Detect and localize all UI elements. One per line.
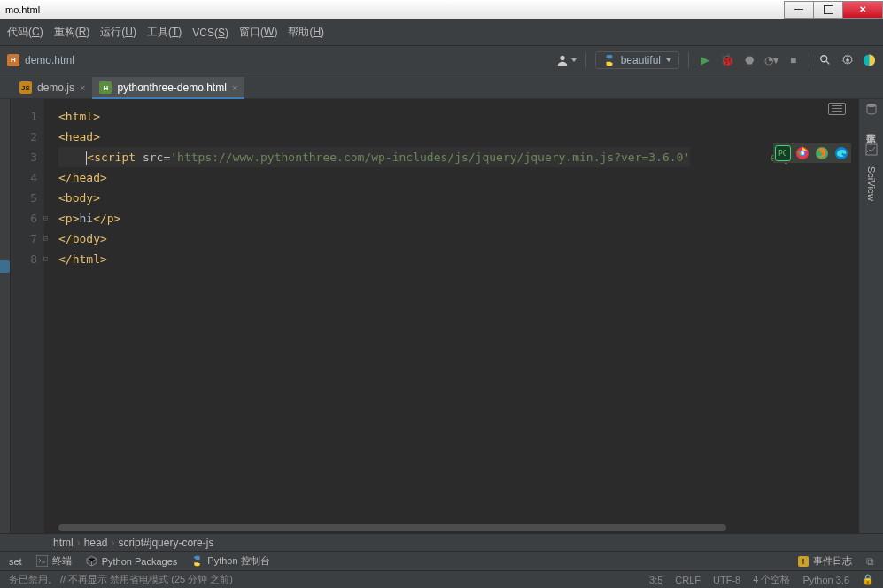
menu-tools[interactable]: 工具(T) [147,25,182,40]
user-menu[interactable] [556,54,577,66]
windows-icon[interactable]: ⧉ [866,555,874,568]
editor[interactable]: 12345678 <html> <head> <script src='http… [0,99,858,533]
menu-code[interactable]: 代码(C) [7,25,43,40]
chevron-right-icon: › [77,537,81,549]
tab-close-icon[interactable]: × [80,82,85,93]
menu-run[interactable]: 运行(U) [100,25,136,40]
gear-icon [841,54,854,66]
tool-python-packages[interactable]: Python Packages [86,555,178,567]
js-file-icon: JS [19,81,32,94]
window-controls [785,1,883,19]
window-titlebar: mo.html [0,0,883,19]
ide-logo-icon[interactable] [863,53,876,66]
tab-demo-js[interactable]: JS demo.js × [12,77,92,98]
terminal-icon [36,555,48,567]
tab-label: pythonthree-demo.html [117,81,226,94]
main-menu: 代码(C) 重构(R) 运行(U) 工具(T) VCS(S) 窗口(W) 帮助(… [0,19,883,46]
warning-icon: ! [798,556,809,567]
run-config-selector[interactable]: beautiful [595,51,679,69]
file-encoding[interactable]: UTF-8 [713,575,740,585]
nav-path-file[interactable]: demo.html [25,54,74,66]
tab-close-icon[interactable]: × [232,82,237,93]
status-bar: 务已禁用。 // 不再显示 禁用省电模式 (25 分钟 之前) 3:5 CRLF… [0,570,883,588]
database-tool-icon[interactable] [865,103,878,115]
code-line: </head> [58,171,107,184]
caret-down-icon [666,58,671,62]
crumb-script[interactable]: script#jquery-core-js [118,537,213,549]
coverage-button[interactable]: ⬣ [742,53,755,66]
search-everywhere-button[interactable] [818,53,832,66]
caret-position[interactable]: 3:5 [649,575,662,585]
minimize-button[interactable] [784,1,814,19]
chrome-icon[interactable] [794,145,810,161]
svg-line-2 [825,60,829,64]
reader-mode-icon[interactable] [828,103,846,115]
menu-help[interactable]: 帮助(H) [288,25,324,40]
menu-vcs[interactable]: VCS(S) [192,27,228,39]
svg-rect-12 [866,144,877,155]
nav-bar: H demo.html beautiful ▶ 🐞 ⬣ ◔▾ ■ [0,46,883,74]
code-line: <head> [58,130,100,143]
left-tool-stripe[interactable] [0,99,11,533]
tab-label: demo.js [37,81,74,94]
firefox-icon[interactable] [814,145,830,161]
crumb-head[interactable]: head [84,537,108,549]
close-button[interactable] [842,1,883,19]
lock-icon[interactable]: 🔒 [862,574,874,585]
editor-tabs: JS demo.js × H pythonthree-demo.html × [0,74,883,99]
maximize-button[interactable] [813,1,843,19]
tool-python-console[interactable]: Python 控制台 [191,554,269,568]
python-icon [603,54,616,66]
svg-text:PC: PC [778,150,787,158]
chevron-right-icon: › [111,537,114,549]
pycharm-preview-icon[interactable]: PC [775,145,791,161]
horizontal-scrollbar[interactable] [44,522,858,533]
run-config-name: beautiful [621,54,661,66]
packages-icon [86,555,97,567]
code-line: <html> [58,110,100,123]
svg-point-3 [846,58,849,62]
python-icon [191,555,203,567]
run-button[interactable]: ▶ [698,53,711,66]
sciview-tool-label[interactable]: SciView [866,166,877,201]
code-area[interactable]: <html> <head> <script src='https://www.p… [44,99,858,533]
menu-refactor[interactable]: 重构(R) [54,25,90,40]
code-line: <body> [58,191,100,205]
status-message: 务已禁用。 // 不再显示 禁用省电模式 (25 分钟 之前) [9,573,233,586]
profile-button[interactable]: ◔▾ [764,53,778,66]
indent-setting[interactable]: 4 个空格 [753,573,790,586]
code-line: </body> [58,232,107,245]
menu-window[interactable]: 窗口(W) [239,25,277,40]
debug-button[interactable]: 🐞 [720,53,733,66]
code-line: </html> [58,252,107,266]
html-file-icon: H [7,54,19,66]
svg-point-0 [560,55,564,59]
user-icon [556,54,569,66]
svg-rect-13 [36,555,48,567]
caret-down-icon [571,58,577,62]
tool-set[interactable]: set [9,556,22,567]
edge-icon[interactable] [833,145,849,161]
window-title: mo.html [5,4,40,15]
line-separator[interactable]: CRLF [675,575,701,585]
search-icon [819,54,832,66]
browser-preview-toolbar: PC [773,143,851,163]
settings-button[interactable] [840,53,854,66]
html-file-icon: H [99,81,112,94]
tool-event-log[interactable]: ! 事件日志 [798,554,852,568]
sciview-tool-icon[interactable] [865,143,878,156]
svg-point-1 [820,55,826,61]
structure-breadcrumb[interactable]: html › head › script#jquery-core-js [0,533,883,551]
tab-pythonthree-demo[interactable]: H pythonthree-demo.html × [92,77,244,98]
stop-button[interactable]: ■ [786,53,800,66]
python-interpreter[interactable]: Python 3.6 [802,575,849,585]
tool-terminal[interactable]: 终端 [36,554,72,568]
bottom-tool-bar: set 终端 Python Packages Python 控制台 ! 事件日志… [0,551,883,570]
crumb-html[interactable]: html [53,537,74,549]
svg-point-11 [867,104,876,107]
right-tool-stripe: 数据库 SciView [858,99,883,533]
